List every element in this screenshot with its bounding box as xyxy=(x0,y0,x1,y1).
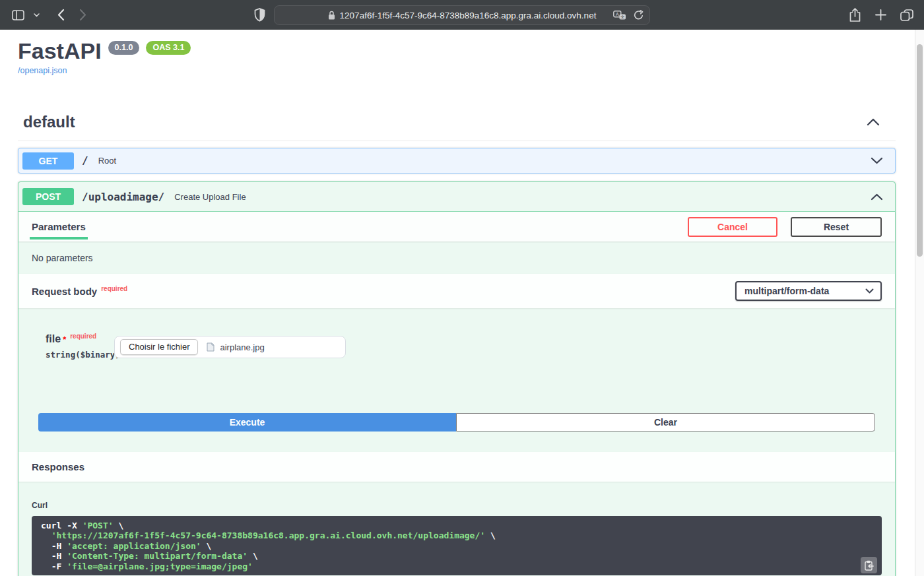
svg-text:A: A xyxy=(616,11,619,16)
privacy-shield-icon[interactable] xyxy=(254,8,265,22)
post-endpoint-path: /uploadimage/ xyxy=(82,191,164,203)
request-body-header: Request bodyrequired multipart/form-data xyxy=(18,274,895,308)
url-text: 1207af6f-1f5f-4c57-9c64-8738b89a16c8.app… xyxy=(340,11,597,20)
collapse-post-icon[interactable] xyxy=(871,193,883,201)
api-title: FastAPI xyxy=(18,38,102,63)
openapi-spec-link[interactable]: /openapi.json xyxy=(18,66,67,75)
choose-file-button[interactable]: Choisir le fichier xyxy=(120,339,198,355)
selected-file-name: airplane.jpg xyxy=(220,342,264,352)
get-method-badge: GET xyxy=(22,152,74,170)
oas-badge: OAS 3.1 xyxy=(146,41,191,55)
tabs-overview-icon[interactable] xyxy=(900,9,913,21)
required-star: * xyxy=(63,335,66,344)
svg-text:文: 文 xyxy=(620,14,625,18)
translate-icon[interactable]: A文 xyxy=(613,11,626,20)
responses-header: Responses xyxy=(18,452,895,482)
copy-to-clipboard-button[interactable] xyxy=(861,557,877,573)
no-parameters-text: No parameters xyxy=(18,241,895,274)
chevron-down-icon[interactable] xyxy=(34,13,40,17)
new-tab-icon[interactable] xyxy=(875,9,886,20)
file-icon xyxy=(207,342,214,352)
address-bar[interactable]: 1207af6f-1f5f-4c57-9c64-8738b89a16c8.app… xyxy=(274,5,650,25)
post-endpoint-summary: Create Upload File xyxy=(174,192,246,202)
file-field-name: file*required xyxy=(46,333,114,345)
execute-button[interactable]: Execute xyxy=(38,413,456,432)
required-label: required xyxy=(101,285,127,292)
file-field-row: file*required string($binary) Choisir le… xyxy=(18,308,895,365)
cancel-button[interactable]: Cancel xyxy=(688,217,777,237)
responses-title: Responses xyxy=(32,461,84,472)
back-icon[interactable] xyxy=(57,9,65,21)
curl-label: Curl xyxy=(32,501,882,510)
version-badge: 0.1.0 xyxy=(108,41,140,55)
post-endpoint-row[interactable]: POST /uploadimage/ Create Upload File xyxy=(18,182,895,212)
request-body-title: Request bodyrequired xyxy=(32,286,127,297)
reload-icon[interactable] xyxy=(634,10,644,21)
scrollbar-thumb[interactable] xyxy=(917,44,923,257)
tag-section-header[interactable]: default xyxy=(18,113,896,141)
parameters-header: Parameters Cancel Reset xyxy=(18,212,895,241)
browser-toolbar: 1207af6f-1f5f-4c57-9c64-8738b89a16c8.app… xyxy=(0,0,924,30)
swagger-page: FastAPI 0.1.0 OAS 3.1 /openapi.json defa… xyxy=(0,30,915,576)
lock-icon xyxy=(328,11,335,20)
curl-section: Curl curl -X 'POST' \ 'https://1207af6f-… xyxy=(18,482,895,575)
media-type-value: multipart/form-data xyxy=(744,286,829,296)
tag-section-title: default xyxy=(23,113,75,131)
curl-code: curl -X 'POST' \ 'https://1207af6f-1f5f-… xyxy=(41,521,873,571)
sidebar-icon[interactable] xyxy=(12,10,24,20)
api-info: FastAPI 0.1.0 OAS 3.1 /openapi.json xyxy=(0,30,915,76)
post-method-badge: POST xyxy=(22,188,74,205)
scrollbar-track[interactable] xyxy=(915,30,924,576)
media-type-select[interactable]: multipart/form-data xyxy=(735,281,882,301)
get-endpoint-path: / xyxy=(82,154,88,167)
select-chevron-icon xyxy=(865,288,874,294)
share-icon[interactable] xyxy=(849,7,861,22)
execute-row: Execute Clear xyxy=(38,413,875,432)
file-required-label: required xyxy=(70,333,96,340)
forward-icon[interactable] xyxy=(79,9,87,21)
clear-button[interactable]: Clear xyxy=(456,413,875,432)
post-endpoint-block: POST /uploadimage/ Create Upload File Pa… xyxy=(18,181,896,576)
curl-block: curl -X 'POST' \ 'https://1207af6f-1f5f-… xyxy=(32,516,882,575)
get-endpoint-summary: Root xyxy=(98,156,116,166)
file-field-type: string($binary) xyxy=(46,350,114,360)
get-endpoint-row[interactable]: GET / Root xyxy=(18,148,896,174)
collapse-section-icon[interactable] xyxy=(867,118,880,126)
expand-get-icon[interactable] xyxy=(871,157,883,164)
tab-parameters[interactable]: Parameters xyxy=(32,212,86,241)
file-input[interactable]: Choisir le fichier airplane.jpg xyxy=(114,336,346,358)
reset-button[interactable]: Reset xyxy=(791,217,882,237)
